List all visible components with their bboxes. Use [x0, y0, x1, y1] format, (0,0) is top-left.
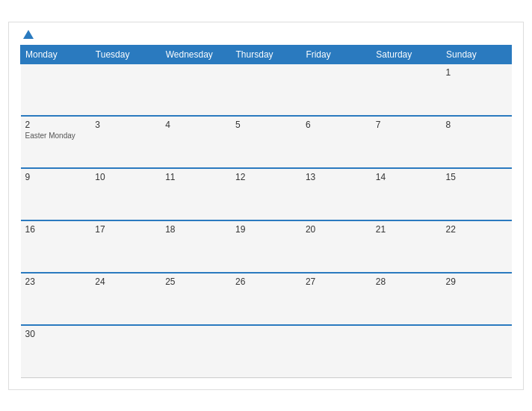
week-row-4: 23242526272829: [21, 273, 512, 325]
calendar-cell: 10: [90, 168, 161, 220]
calendar-cell: 29: [442, 273, 512, 325]
calendar-cell: 13: [301, 168, 371, 220]
weekday-header-saturday: Saturday: [371, 45, 442, 64]
day-number: 21: [376, 224, 437, 235]
calendar-grid: MondayTuesdayWednesdayThursdayFridaySatu…: [20, 45, 512, 378]
weekday-header-tuesday: Tuesday: [90, 45, 161, 64]
calendar-cell: [161, 325, 231, 377]
logo-area: [20, 30, 34, 39]
calendar-cell: 21: [371, 220, 442, 273]
day-number: 13: [306, 172, 367, 182]
calendar-header: [20, 30, 512, 39]
day-number: 28: [376, 276, 437, 287]
calendar-cell: 18: [161, 220, 231, 273]
calendar-cell: 28: [371, 273, 442, 325]
day-number: 23: [25, 276, 87, 287]
day-number: 3: [95, 120, 156, 130]
calendar-cell: 17: [90, 220, 161, 273]
weekday-header-row: MondayTuesdayWednesdayThursdayFridaySatu…: [21, 45, 512, 64]
calendar-cell: 8: [442, 116, 512, 168]
day-number: 26: [235, 276, 297, 287]
day-number: 30: [25, 329, 87, 339]
day-number: 4: [165, 120, 226, 130]
day-number: 19: [235, 224, 297, 235]
calendar-tbody: 12Easter Monday3456789101112131415161718…: [21, 64, 512, 377]
week-row-5: 30: [21, 325, 512, 377]
day-number: 12: [235, 172, 297, 182]
calendar-cell: 11: [161, 168, 231, 220]
calendar-cell: 6: [301, 116, 371, 168]
calendar-cell: 25: [161, 273, 231, 325]
day-number: 27: [306, 276, 367, 287]
weekday-header-thursday: Thursday: [231, 45, 301, 64]
week-row-3: 16171819202122: [21, 220, 512, 273]
calendar-cell: 1: [442, 64, 512, 116]
calendar-cell: 26: [231, 273, 301, 325]
calendar-cell: 19: [231, 220, 301, 273]
calendar-cell: [301, 325, 371, 377]
day-number: 24: [95, 276, 156, 287]
weekday-header-friday: Friday: [301, 45, 371, 64]
weekday-header-monday: Monday: [21, 45, 91, 64]
calendar-cell: 27: [301, 273, 371, 325]
calendar-cell: [442, 325, 512, 377]
calendar-cell: 30: [21, 325, 91, 377]
calendar-cell: 14: [371, 168, 442, 220]
calendar-cell: 24: [90, 273, 161, 325]
day-event: Easter Monday: [25, 132, 87, 140]
calendar-cell: 22: [442, 220, 512, 273]
day-number: 8: [446, 120, 507, 130]
logo-line: [20, 30, 34, 39]
calendar-cell: 3: [90, 116, 161, 168]
calendar-cell: [90, 325, 161, 377]
day-number: 6: [306, 120, 367, 130]
day-number: 17: [95, 224, 156, 235]
day-number: 2: [25, 120, 87, 130]
day-number: 25: [165, 276, 226, 287]
calendar-cell: 16: [21, 220, 91, 273]
day-number: 9: [25, 172, 87, 182]
weekday-header-wednesday: Wednesday: [161, 45, 231, 64]
calendar-cell: [161, 64, 231, 116]
calendar-cell: 5: [231, 116, 301, 168]
calendar-cell: [90, 64, 161, 116]
day-number: 14: [376, 172, 437, 182]
day-number: 10: [95, 172, 156, 182]
calendar-cell: [371, 64, 442, 116]
calendar-cell: [231, 325, 301, 377]
calendar-cell: 7: [371, 116, 442, 168]
week-row-2: 9101112131415: [21, 168, 512, 220]
calendar-cell: 20: [301, 220, 371, 273]
day-number: 11: [165, 172, 226, 182]
day-number: 16: [25, 224, 87, 235]
calendar-cell: [371, 325, 442, 377]
day-number: 29: [446, 276, 507, 287]
calendar-cell: 23: [21, 273, 91, 325]
day-number: 7: [376, 120, 437, 130]
calendar-cell: 9: [21, 168, 91, 220]
day-number: 18: [165, 224, 226, 235]
day-number: 5: [235, 120, 297, 130]
day-number: 15: [446, 172, 507, 182]
calendar-container: MondayTuesdayWednesdayThursdayFridaySatu…: [8, 22, 524, 390]
calendar-cell: 12: [231, 168, 301, 220]
calendar-cell: 15: [442, 168, 512, 220]
day-number: 22: [446, 224, 507, 235]
calendar-cell: 4: [161, 116, 231, 168]
calendar-cell: [21, 64, 91, 116]
calendar-cell: 2Easter Monday: [21, 116, 91, 168]
logo-triangle-icon: [23, 30, 34, 39]
week-row-0: 1: [21, 64, 512, 116]
calendar-cell: [231, 64, 301, 116]
day-number: 1: [446, 67, 507, 78]
weekday-header-sunday: Sunday: [442, 45, 512, 64]
week-row-1: 2Easter Monday345678: [21, 116, 512, 168]
calendar-cell: [301, 64, 371, 116]
day-number: 20: [306, 224, 367, 235]
calendar-thead: MondayTuesdayWednesdayThursdayFridaySatu…: [21, 45, 512, 64]
